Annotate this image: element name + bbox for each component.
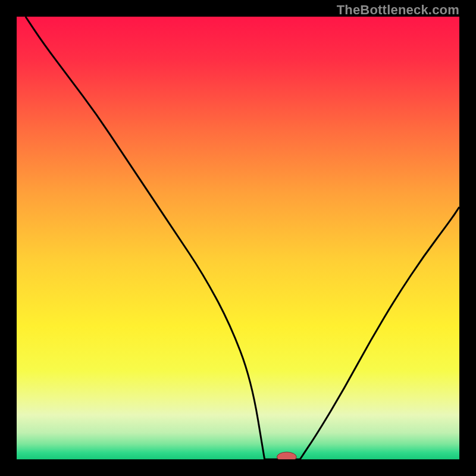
- plot-area: [17, 17, 459, 459]
- chart-frame: TheBottleneck.com: [0, 0, 476, 476]
- optimal-marker: [277, 452, 296, 459]
- watermark-text: TheBottleneck.com: [337, 2, 459, 18]
- chart-svg: [17, 17, 459, 459]
- gradient-background: [17, 17, 459, 459]
